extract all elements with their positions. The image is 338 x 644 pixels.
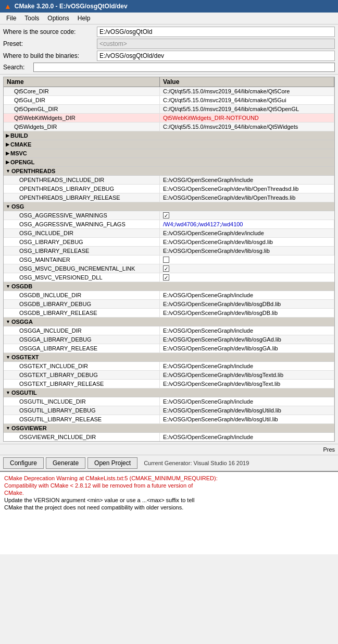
table-row[interactable]: OSGTEXT_LIBRARY_RELEASE E:/vOSG/OpenScen… (4, 380, 334, 388)
preset-input[interactable] (97, 39, 335, 49)
checkbox[interactable] (163, 212, 169, 218)
row-name: OPENTHREADS_LIBRARY_RELEASE (4, 193, 160, 202)
table-row[interactable]: OSGGA_LIBRARY_DEBUG E:/vOSG/OpenSceneGra… (4, 335, 334, 344)
row-name: OSGUTIL_INCLUDE_DIR (4, 397, 160, 406)
build-row: Where to build the binaries: (3, 51, 335, 61)
table-row[interactable]: OSGDB_INCLUDE_DIR E:/vOSG/OpenSceneGraph… (4, 291, 334, 300)
table-row[interactable]: OSGTEXT_INCLUDE_DIR E:/vOSG/OpenSceneGra… (4, 362, 334, 371)
expand-icon: ▼ (6, 355, 10, 360)
table-row[interactable]: OSG_LIBRARY_RELEASE E:/vOSG/OpenSceneGra… (4, 247, 334, 256)
section-label: OSGGA (11, 319, 33, 325)
table-row[interactable]: OSG_MSVC_VERSIONED_DLL (4, 273, 334, 282)
section-label: MSVC (10, 150, 27, 156)
section-osgutil[interactable]: ▼ OSGUTIL (4, 388, 334, 397)
checkbox[interactable] (163, 265, 169, 272)
output-area: CMake Deprecation Warning at CMakeLists.… (0, 471, 338, 554)
table-row[interactable]: Qt5OpenGL_DIR C:/Qt/qt5/5.15.0/msvc2019_… (4, 105, 334, 114)
search-input[interactable] (33, 63, 335, 72)
table-row[interactable]: OPENTHREADS_LIBRARY_DEBUG E:/vOSG/OpenSc… (4, 185, 334, 193)
table-row[interactable]: OSG_MAINTAINER (4, 256, 334, 264)
output-line-5: Update the VERSION argument <min> value … (4, 497, 334, 503)
section-openthreads[interactable]: ▼ OPENTHREADS (4, 167, 334, 176)
section-cmake[interactable]: ▶ CMAKE (4, 140, 334, 149)
section-osgtext[interactable]: ▼ OSGTEXT (4, 353, 334, 362)
section-osgviewer[interactable]: ▼ OSGVIEWER (4, 424, 334, 433)
menu-bar: File Tools Options Help (0, 13, 338, 25)
row-value: C:/Qt/qt5/5.15.0/msvc2019_64/lib/cmake/Q… (160, 96, 334, 104)
row-name: OSGDB_INCLUDE_DIR (4, 291, 160, 299)
table-row[interactable]: OSG_MSVC_DEBUG_INCREMENTAL_LINK (4, 264, 334, 273)
section-msvc[interactable]: ▶ MSVC (4, 149, 334, 158)
table-row[interactable]: OSGVIEWER_INCLUDE_DIR E:/vOSG/OpenSceneG… (4, 433, 334, 442)
row-name: Qt5OpenGL_DIR (4, 105, 160, 113)
row-name: OSG_LIBRARY_DEBUG (4, 238, 160, 246)
section-osg[interactable]: ▼ OSG (4, 202, 334, 211)
menu-options[interactable]: Options (43, 14, 73, 23)
search-label: Search: (3, 64, 33, 71)
checkbox[interactable] (163, 274, 169, 281)
row-name: Qt5WebKitWidgets_DIR (4, 114, 160, 122)
row-value: C:/Qt/qt5/5.15.0/msvc2019_64/lib/cmake/Q… (160, 105, 334, 113)
table-row[interactable]: OSGGA_INCLUDE_DIR E:/vOSG/OpenSceneGraph… (4, 326, 334, 335)
row-value[interactable] (160, 264, 334, 273)
configure-button[interactable]: Configure (3, 457, 44, 469)
table-row[interactable]: OSGDB_LIBRARY_DEBUG E:/vOSG/OpenSceneGra… (4, 300, 334, 309)
source-label: Where is the source code: (3, 28, 97, 35)
menu-tools[interactable]: Tools (20, 14, 43, 23)
menu-help[interactable]: Help (73, 14, 95, 23)
row-value: E:/vOSG/OpenSceneGraph/dev/lib/osgUtild.… (160, 406, 334, 415)
section-label: OSGTEXT (11, 354, 39, 360)
row-value[interactable] (160, 273, 334, 282)
section-osgga[interactable]: ▼ OSGGA (4, 318, 334, 326)
table-row[interactable]: OSGDB_LIBRARY_RELEASE E:/vOSG/OpenSceneG… (4, 309, 334, 318)
menu-file[interactable]: File (2, 14, 20, 23)
generate-button[interactable]: Generate (46, 457, 85, 469)
table-row[interactable]: OPENTHREADS_INCLUDE_DIR E:/vOSG/OpenScen… (4, 176, 334, 185)
row-value: E:/vOSG/OpenSceneGraph/dev/lib/OpenThrea… (160, 185, 334, 193)
table-row[interactable]: OSGTEXT_LIBRARY_DEBUG E:/vOSG/OpenSceneG… (4, 371, 334, 380)
table-row[interactable]: Qt5Widgets_DIR C:/Qt/qt5/5.15.0/msvc2019… (4, 123, 334, 131)
section-label: BUILD (10, 132, 28, 139)
row-value: E:/vOSG/OpenSceneGraph/dev/lib/osgGA.lib (160, 344, 334, 353)
row-value: E:/vOSG/OpenSceneGraph/dev/lib/osgText.l… (160, 380, 334, 388)
row-name: OSG_MAINTAINER (4, 256, 160, 264)
row-name: OSGUTIL_LIBRARY_RELEASE (4, 415, 160, 423)
table-row[interactable]: OSG_INCLUDE_DIR E:/vOSG/OpenSceneGraph/d… (4, 229, 334, 238)
table-row[interactable]: OSGGA_LIBRARY_RELEASE E:/vOSG/OpenSceneG… (4, 344, 334, 353)
table-row[interactable]: OPENTHREADS_LIBRARY_RELEASE E:/vOSG/Open… (4, 193, 334, 202)
section-osgdb[interactable]: ▼ OSGDB (4, 282, 334, 291)
row-name: OPENTHREADS_INCLUDE_DIR (4, 176, 160, 184)
table-row[interactable]: Qt5WebKitWidgets_DIR Qt5WebKitWidgets_DI… (4, 114, 334, 123)
open-project-button[interactable]: Open Project (87, 457, 137, 469)
expand-icon: ▼ (6, 168, 10, 174)
table-row[interactable]: OSGUTIL_INCLUDE_DIR E:/vOSG/OpenSceneGra… (4, 397, 334, 406)
table-row[interactable]: Qt5Core_DIR C:/Qt/qt5/5.15.0/msvc2019_64… (4, 87, 334, 96)
section-label: OSGVIEWER (11, 425, 47, 431)
source-row: Where is the source code: (3, 27, 335, 37)
bottom-text: Pres (323, 446, 335, 453)
section-opengl[interactable]: ▶ OPENGL (4, 158, 334, 167)
table-row[interactable]: OSG_LIBRARY_DEBUG E:/vOSG/OpenSceneGraph… (4, 238, 334, 247)
row-value: E:/vOSG/OpenSceneGraph/include (160, 397, 334, 406)
table-row[interactable]: Qt5Gui_DIR C:/Qt/qt5/5.15.0/msvc2019_64/… (4, 96, 334, 105)
table-row[interactable]: OSGUTIL_LIBRARY_RELEASE E:/vOSG/OpenScen… (4, 415, 334, 424)
table-row[interactable]: OSG_AGGRESSIVE_WARNINGS (4, 211, 334, 220)
title-text: CMake 3.20.0 - E:/vOSG/osgQtOld/dev (15, 3, 128, 10)
checkbox[interactable] (163, 257, 169, 263)
section-build[interactable]: ▶ BUILD (4, 131, 334, 140)
name-header: Name (4, 77, 160, 87)
row-name: OSGGA_LIBRARY_RELEASE (4, 344, 160, 353)
row-name: OSGVIEWER_INCLUDE_DIR (4, 433, 160, 441)
row-value[interactable] (160, 211, 334, 220)
row-value: E:/vOSG/OpenSceneGraph/dev/lib/osgd.lib (160, 238, 334, 246)
row-value[interactable] (160, 256, 334, 264)
build-input[interactable] (97, 51, 335, 61)
section-label: OPENGL (10, 159, 34, 165)
source-input[interactable] (97, 27, 335, 37)
form-area: Where is the source code: Preset: Where … (0, 25, 338, 75)
section-label: OSGUTIL (11, 390, 37, 396)
table-row[interactable]: OSGUTIL_LIBRARY_DEBUG E:/vOSG/OpenSceneG… (4, 406, 334, 415)
bottom-bar: Pres (0, 444, 338, 455)
generator-text: Current Generator: Visual Studio 16 2019 (144, 460, 249, 466)
table-row[interactable]: OSG_AGGRESSIVE_WARNING_FLAGS /W4;/wd4706… (4, 220, 334, 229)
